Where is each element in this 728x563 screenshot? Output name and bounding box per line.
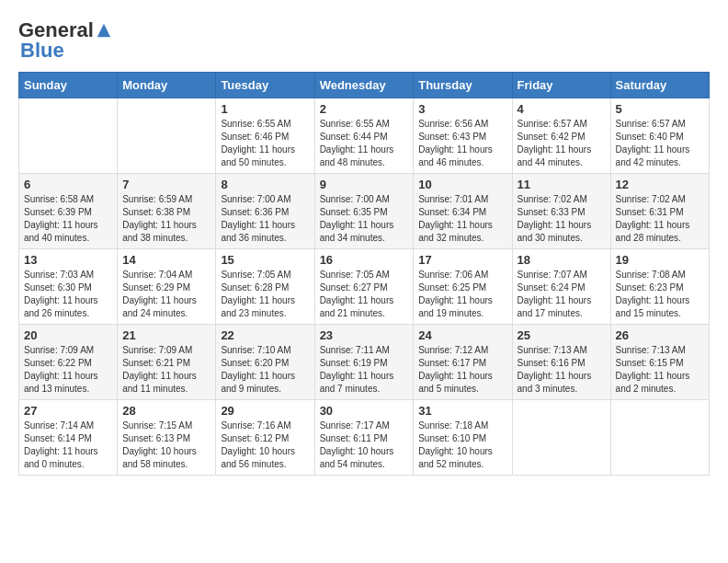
day-info: Sunrise: 7:03 AM Sunset: 6:30 PM Dayligh… <box>24 269 112 320</box>
day-info: Sunrise: 7:06 AM Sunset: 6:25 PM Dayligh… <box>418 269 506 320</box>
logo-icon <box>96 22 112 39</box>
day-number: 9 <box>320 178 409 191</box>
day-info: Sunrise: 7:00 AM Sunset: 6:35 PM Dayligh… <box>320 193 409 245</box>
day-number: 5 <box>616 102 704 116</box>
day-number: 17 <box>418 253 506 267</box>
day-number: 22 <box>221 328 309 342</box>
logo: General Blue <box>18 18 112 63</box>
svg-marker-0 <box>97 24 110 37</box>
calendar-cell: 17Sunrise: 7:06 AM Sunset: 6:25 PM Dayli… <box>414 249 512 325</box>
calendar-cell <box>512 400 610 476</box>
day-number: 20 <box>24 328 112 342</box>
day-info: Sunrise: 7:05 AM Sunset: 6:27 PM Dayligh… <box>320 269 409 320</box>
day-number: 18 <box>518 253 606 267</box>
day-info: Sunrise: 7:01 AM Sunset: 6:34 PM Dayligh… <box>418 193 506 245</box>
weekday-header-saturday: Saturday <box>610 73 709 98</box>
calendar-cell: 5Sunrise: 6:57 AM Sunset: 6:40 PM Daylig… <box>610 98 709 174</box>
weekday-header-row: SundayMondayTuesdayWednesdayThursdayFrid… <box>19 73 710 98</box>
day-number: 3 <box>418 102 506 116</box>
day-number: 24 <box>418 328 506 342</box>
day-info: Sunrise: 6:56 AM Sunset: 6:43 PM Dayligh… <box>418 118 506 169</box>
day-number: 15 <box>221 253 309 267</box>
day-number: 27 <box>24 404 112 418</box>
day-info: Sunrise: 6:55 AM Sunset: 6:44 PM Dayligh… <box>320 118 409 169</box>
day-number: 13 <box>24 253 112 267</box>
calendar-cell: 11Sunrise: 7:02 AM Sunset: 6:33 PM Dayli… <box>512 174 610 249</box>
calendar-cell: 30Sunrise: 7:17 AM Sunset: 6:11 PM Dayli… <box>314 400 414 476</box>
day-number: 4 <box>518 102 606 116</box>
calendar-cell: 31Sunrise: 7:18 AM Sunset: 6:10 PM Dayli… <box>414 400 512 476</box>
day-info: Sunrise: 7:14 AM Sunset: 6:14 PM Dayligh… <box>24 419 112 471</box>
calendar-cell: 3Sunrise: 6:56 AM Sunset: 6:43 PM Daylig… <box>414 98 512 174</box>
calendar-table: SundayMondayTuesdayWednesdayThursdayFrid… <box>18 72 710 476</box>
day-info: Sunrise: 7:17 AM Sunset: 6:11 PM Dayligh… <box>320 419 409 471</box>
day-number: 6 <box>24 178 112 191</box>
calendar-week-1: 1Sunrise: 6:55 AM Sunset: 6:46 PM Daylig… <box>19 98 710 174</box>
day-number: 10 <box>418 178 506 191</box>
day-info: Sunrise: 7:13 AM Sunset: 6:16 PM Dayligh… <box>518 344 606 396</box>
day-number: 28 <box>122 404 210 418</box>
calendar-cell: 15Sunrise: 7:05 AM Sunset: 6:28 PM Dayli… <box>216 249 314 325</box>
day-number: 8 <box>221 178 309 191</box>
calendar-cell: 6Sunrise: 6:58 AM Sunset: 6:39 PM Daylig… <box>19 174 118 249</box>
day-info: Sunrise: 7:12 AM Sunset: 6:17 PM Dayligh… <box>418 344 506 396</box>
day-number: 23 <box>320 328 409 342</box>
weekday-header-thursday: Thursday <box>414 73 512 98</box>
day-info: Sunrise: 7:15 AM Sunset: 6:13 PM Dayligh… <box>122 419 210 471</box>
day-info: Sunrise: 6:59 AM Sunset: 6:38 PM Dayligh… <box>122 193 210 245</box>
day-info: Sunrise: 7:02 AM Sunset: 6:31 PM Dayligh… <box>616 193 704 245</box>
calendar-cell: 7Sunrise: 6:59 AM Sunset: 6:38 PM Daylig… <box>118 174 216 249</box>
calendar-cell: 20Sunrise: 7:09 AM Sunset: 6:22 PM Dayli… <box>19 325 118 400</box>
day-number: 31 <box>418 404 506 418</box>
day-info: Sunrise: 6:57 AM Sunset: 6:40 PM Dayligh… <box>616 118 704 169</box>
weekday-header-sunday: Sunday <box>19 73 118 98</box>
day-info: Sunrise: 7:13 AM Sunset: 6:15 PM Dayligh… <box>616 344 704 396</box>
weekday-header-tuesday: Tuesday <box>216 73 314 98</box>
day-info: Sunrise: 7:08 AM Sunset: 6:23 PM Dayligh… <box>616 269 704 320</box>
day-number: 2 <box>320 102 409 116</box>
calendar-cell: 29Sunrise: 7:16 AM Sunset: 6:12 PM Dayli… <box>216 400 314 476</box>
calendar-cell <box>19 98 118 174</box>
calendar-cell: 8Sunrise: 7:00 AM Sunset: 6:36 PM Daylig… <box>216 174 314 249</box>
calendar-cell: 23Sunrise: 7:11 AM Sunset: 6:19 PM Dayli… <box>314 325 414 400</box>
calendar-week-2: 6Sunrise: 6:58 AM Sunset: 6:39 PM Daylig… <box>19 174 710 249</box>
calendar-cell: 18Sunrise: 7:07 AM Sunset: 6:24 PM Dayli… <box>512 249 610 325</box>
calendar-cell: 26Sunrise: 7:13 AM Sunset: 6:15 PM Dayli… <box>610 325 709 400</box>
day-number: 29 <box>221 404 309 418</box>
day-info: Sunrise: 6:58 AM Sunset: 6:39 PM Dayligh… <box>24 193 112 245</box>
calendar-cell <box>118 98 216 174</box>
calendar-week-5: 27Sunrise: 7:14 AM Sunset: 6:14 PM Dayli… <box>19 400 710 476</box>
calendar-cell: 4Sunrise: 6:57 AM Sunset: 6:42 PM Daylig… <box>512 98 610 174</box>
day-number: 14 <box>122 253 210 267</box>
day-info: Sunrise: 7:11 AM Sunset: 6:19 PM Dayligh… <box>320 344 409 396</box>
calendar-cell: 19Sunrise: 7:08 AM Sunset: 6:23 PM Dayli… <box>610 249 709 325</box>
day-number: 12 <box>616 178 704 191</box>
day-number: 30 <box>320 404 409 418</box>
weekday-header-monday: Monday <box>118 73 216 98</box>
day-number: 11 <box>518 178 606 191</box>
day-info: Sunrise: 7:07 AM Sunset: 6:24 PM Dayligh… <box>518 269 606 320</box>
calendar-cell: 28Sunrise: 7:15 AM Sunset: 6:13 PM Dayli… <box>118 400 216 476</box>
day-number: 25 <box>518 328 606 342</box>
day-info: Sunrise: 7:10 AM Sunset: 6:20 PM Dayligh… <box>221 344 309 396</box>
day-number: 21 <box>122 328 210 342</box>
weekday-header-friday: Friday <box>512 73 610 98</box>
calendar-cell: 21Sunrise: 7:09 AM Sunset: 6:21 PM Dayli… <box>118 325 216 400</box>
day-info: Sunrise: 7:02 AM Sunset: 6:33 PM Dayligh… <box>518 193 606 245</box>
day-info: Sunrise: 6:55 AM Sunset: 6:46 PM Dayligh… <box>221 118 309 169</box>
day-number: 19 <box>616 253 704 267</box>
page-header: General Blue <box>18 18 710 63</box>
day-info: Sunrise: 7:18 AM Sunset: 6:10 PM Dayligh… <box>418 419 506 471</box>
calendar-cell: 27Sunrise: 7:14 AM Sunset: 6:14 PM Dayli… <box>19 400 118 476</box>
calendar-cell: 9Sunrise: 7:00 AM Sunset: 6:35 PM Daylig… <box>314 174 414 249</box>
calendar-cell: 12Sunrise: 7:02 AM Sunset: 6:31 PM Dayli… <box>610 174 709 249</box>
day-info: Sunrise: 7:09 AM Sunset: 6:22 PM Dayligh… <box>24 344 112 396</box>
logo-blue-text: Blue <box>20 39 64 63</box>
day-info: Sunrise: 7:16 AM Sunset: 6:12 PM Dayligh… <box>221 419 309 471</box>
day-info: Sunrise: 7:05 AM Sunset: 6:28 PM Dayligh… <box>221 269 309 320</box>
calendar-cell: 22Sunrise: 7:10 AM Sunset: 6:20 PM Dayli… <box>216 325 314 400</box>
calendar-cell: 25Sunrise: 7:13 AM Sunset: 6:16 PM Dayli… <box>512 325 610 400</box>
calendar-week-4: 20Sunrise: 7:09 AM Sunset: 6:22 PM Dayli… <box>19 325 710 400</box>
day-number: 1 <box>221 102 309 116</box>
calendar-cell: 13Sunrise: 7:03 AM Sunset: 6:30 PM Dayli… <box>19 249 118 325</box>
